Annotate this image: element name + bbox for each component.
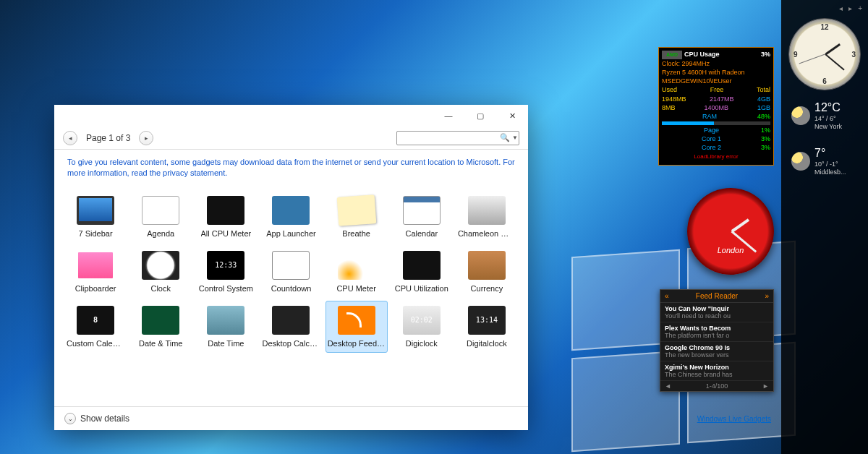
cal-icon: [142, 196, 179, 225]
search-dropdown-icon[interactable]: ▼: [510, 134, 518, 141]
feed-next-icon[interactable]: »: [765, 292, 769, 300]
gadget-label: Agenda: [147, 229, 174, 238]
rss-icon: [338, 306, 375, 335]
feed-item[interactable]: Plex Wants to BecomThe platform isn't fa…: [660, 322, 773, 342]
close-button[interactable]: ✕: [496, 106, 528, 126]
analog-clock-gadget[interactable]: 12 3 6 9: [788, 18, 861, 90]
gadget-label: Calendar: [405, 229, 438, 238]
cpu-meter-gadget[interactable]: AMDCPU Usage3% Clock: 2994MHz Ryzen 5 46…: [658, 47, 774, 166]
greenbar-icon: [403, 251, 441, 280]
gadget-control-system[interactable]: 12:33Control System: [195, 246, 257, 298]
gadget-all-cpu-meter[interactable]: All CPU Meter: [195, 191, 257, 243]
gadget-label: Desktop Calcula...: [262, 339, 320, 348]
calc-icon: [272, 306, 310, 335]
search-input[interactable]: [400, 134, 500, 142]
grid4-icon: [272, 196, 310, 225]
toolbar: ◂ Page 1 of 3 ▸ 🔍 ▼: [54, 127, 528, 150]
gadget-label: Currency: [471, 284, 503, 293]
gadget-clipboarder[interactable]: Clipboarder: [64, 246, 127, 298]
calendar-icon: [403, 196, 441, 225]
gadget-clock[interactable]: Clock: [129, 246, 192, 298]
gadget-breathe[interactable]: Breathe: [326, 191, 388, 243]
titlebar: — ▢ ✕: [54, 105, 528, 127]
clock-icon: [142, 251, 179, 280]
chevron-down-icon: ⌄: [64, 413, 76, 424]
black8-icon: 8: [77, 306, 114, 335]
gadget-label: All CPU Meter: [201, 229, 252, 238]
metal-icon: [468, 196, 506, 225]
gadget-label: CPU Meter: [336, 284, 375, 293]
feed-item[interactable]: Google Chrome 90 IsThe new browser vers: [660, 342, 773, 361]
feed-nav-next-icon[interactable]: ►: [762, 382, 769, 390]
gadget-digitalclock[interactable]: 13:14Digitalclock: [456, 301, 518, 353]
sidebar-prev-icon[interactable]: ◂: [839, 4, 843, 12]
cpu-icon: [207, 196, 244, 225]
gadget-app-launcher[interactable]: App Launcher: [260, 191, 322, 243]
feed-item[interactable]: Xgimi's New HorizonThe Chinese brand has: [660, 361, 773, 381]
live-gadgets-link[interactable]: Windows Live Gadgets: [697, 415, 771, 423]
gadget-label: Chameleon We...: [458, 229, 516, 238]
green-icon: [142, 306, 179, 335]
maximize-button[interactable]: ▢: [464, 106, 496, 126]
feed-item[interactable]: You Can Now "InquirYou'll need to reach …: [660, 303, 773, 322]
gadget-custom-calendar[interactable]: 8Custom Calendar: [64, 301, 127, 353]
gadget-label: Digiclock: [406, 339, 438, 348]
feed-prev-icon[interactable]: «: [665, 292, 669, 300]
gadget-currency[interactable]: Currency: [456, 246, 518, 298]
gadget-agenda[interactable]: Agenda: [129, 191, 192, 243]
gadget-desktop-calcula-[interactable]: Desktop Calcula...: [260, 301, 322, 353]
gadget-label: CPU Utilization: [395, 284, 448, 293]
clock-label: London: [687, 246, 774, 254]
feed-reader-gadget[interactable]: «Feed Reader» You Can Now "InquirYou'll …: [660, 289, 774, 392]
photo-icon: [77, 251, 114, 280]
privacy-notice[interactable]: To give you relevant content, some gadge…: [54, 150, 528, 184]
gadget-desktop-feed-r-[interactable]: Desktop Feed R...: [326, 301, 388, 353]
page-next-button[interactable]: ▸: [139, 131, 153, 145]
photo2-icon: [207, 306, 244, 335]
gadget-label: Control System: [199, 284, 253, 293]
weather-icon: [791, 152, 810, 171]
feed-nav-prev-icon[interactable]: ◄: [665, 382, 671, 390]
cpu-user: MSEDGEWIN10\IEUser: [662, 77, 770, 85]
page-indicator: Page 1 of 3: [83, 133, 133, 143]
page-prev-button[interactable]: ◂: [63, 131, 77, 145]
cpu-error: LoadLibrary error: [662, 152, 770, 163]
cpu-model: Ryzen 5 4600H with Radeon: [662, 68, 770, 77]
gadget-label: 7 Sidebar: [79, 229, 113, 238]
search-box[interactable]: 🔍 ▼: [396, 131, 519, 145]
weather-gadget-2[interactable]: 7°10° / -1°Middlesb...: [787, 142, 862, 181]
gadget-date-time[interactable]: Date & Time: [129, 301, 192, 353]
gadget-label: Clipboarder: [75, 284, 116, 293]
gadget-grid: 7 SidebarAgendaAll CPU MeterApp Launcher…: [54, 184, 528, 406]
gadget-date-time[interactable]: Date Time: [195, 301, 257, 353]
meter-icon: [338, 251, 375, 280]
weather-gadget-1[interactable]: 12°C14° / 6°New York: [787, 96, 862, 136]
london-clock-gadget[interactable]: London: [687, 188, 774, 275]
minimize-button[interactable]: —: [433, 106, 464, 126]
gadget-cpu-meter[interactable]: CPU Meter: [326, 246, 388, 298]
gadget-label: Clock: [150, 284, 171, 293]
digi-icon: 02:02: [403, 306, 441, 335]
sidebar-next-icon[interactable]: ▸: [848, 4, 852, 12]
lcd-icon: 12:33: [207, 251, 244, 280]
sidebar-add-icon[interactable]: +: [858, 4, 862, 12]
feed-counter: 1-4/100: [706, 382, 728, 390]
gadget-7-sidebar[interactable]: 7 Sidebar: [64, 191, 127, 243]
gadget-digiclock[interactable]: 02:02Digiclock: [391, 301, 453, 353]
gadget-label: Digitalclock: [467, 339, 507, 348]
gadget-label: Date Time: [208, 339, 244, 348]
cpu-clock: Clock: 2994MHz: [662, 59, 770, 68]
gadget-label: Desktop Feed R...: [328, 339, 386, 348]
gadget-label: Custom Calendar: [67, 339, 124, 348]
show-details-toggle[interactable]: ⌄ Show details: [54, 406, 528, 430]
digi2-icon: 13:14: [468, 306, 506, 335]
gadget-label: App Launcher: [266, 229, 316, 238]
gadget-cpu-utilization[interactable]: CPU Utilization: [391, 246, 453, 298]
gadget-label: Countdown: [271, 284, 312, 293]
gadget-countdown[interactable]: 7Countdown: [260, 246, 322, 298]
search-icon[interactable]: 🔍: [500, 133, 510, 142]
paper-icon: [336, 194, 376, 226]
gadget-calendar[interactable]: Calendar: [391, 191, 453, 243]
gadget-label: Date & Time: [139, 339, 183, 348]
gadget-chameleon-we-[interactable]: Chameleon We...: [456, 191, 518, 243]
